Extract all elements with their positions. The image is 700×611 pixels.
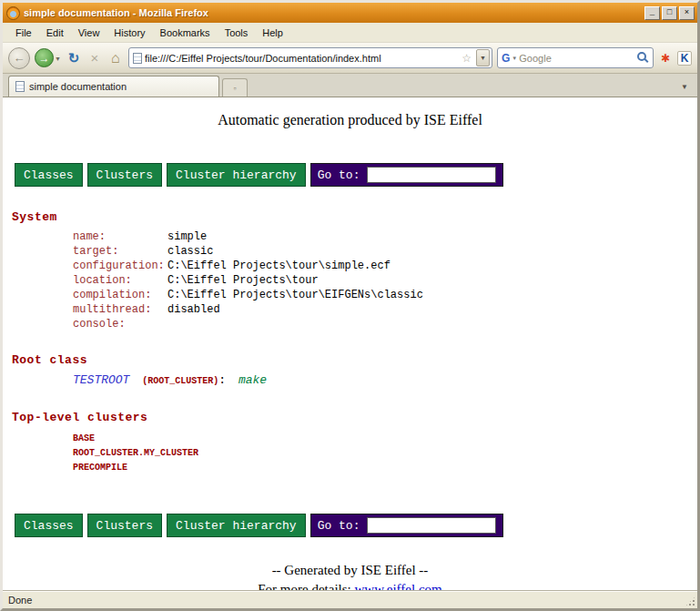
system-properties: name:simple target:classic configuration… [73,229,688,331]
make-feature-link[interactable]: make [238,373,267,387]
addon-icon-red[interactable]: ✱ [658,52,673,65]
nav-buttons-top: Classes Clusters Cluster hierarchy Go to… [15,163,688,187]
window-controls: _ □ × [644,6,695,20]
url-dropdown-button[interactable]: ▼ [476,49,490,66]
firefox-logo-icon[interactable] [6,6,20,20]
page-footer: -- Generated by ISE Eiffel -- For more d… [12,561,688,590]
property-value: disabled [167,303,220,316]
property-key: location: [73,273,167,288]
cluster-link-precompile[interactable]: PRECOMPILE [73,461,688,475]
property-key: target: [73,244,167,259]
reload-icon[interactable]: ↻ [66,51,82,65]
details-line: For more details: www.eiffel.com [12,580,688,590]
tab-strip: simple documentation ▫ ▼ [3,74,697,97]
classes-button-bottom[interactable]: Classes [15,514,83,537]
google-logo-icon[interactable]: G [502,52,510,65]
property-key: console: [73,317,167,331]
minimize-button[interactable]: _ [644,6,660,20]
page-title: Automatic generation produced by ISE Eif… [12,112,688,128]
separator: : [218,373,226,387]
nav-buttons-bottom: Classes Clusters Cluster hierarchy Go to… [15,514,688,537]
forward-button-icon[interactable]: → [35,48,54,67]
clusters-button-bottom[interactable]: Clusters [87,514,162,537]
menu-file[interactable]: File [8,25,39,41]
menu-edit[interactable]: Edit [39,25,71,41]
cluster-hierarchy-button-bottom[interactable]: Cluster hierarchy [167,514,306,537]
property-key: name: [73,229,167,244]
home-icon[interactable]: ⌂ [107,51,124,65]
forward-button-group: → ▼ [35,48,61,67]
system-row-multithread: multithread:disabled [73,302,688,317]
search-engine-dropdown-icon[interactable]: ▼ [512,56,517,61]
menu-view[interactable]: View [71,25,107,41]
stop-icon[interactable]: × [86,51,103,65]
menu-help[interactable]: Help [255,25,290,41]
property-key: compilation: [73,288,167,302]
property-value: C:\Eiffel Projects\tour [167,274,319,287]
root-class-link[interactable]: TESTROOT [73,373,129,387]
system-row-name: name:simple [73,229,688,244]
system-row-configuration: configuration:C:\Eiffel Projects\tour\si… [73,259,688,273]
search-magnifier-icon[interactable] [637,52,649,64]
property-value: classic [167,245,213,258]
list-all-tabs-icon[interactable]: ▼ [681,83,692,97]
status-text: Done [8,595,32,606]
new-tab-button[interactable]: ▫ [222,78,248,97]
goto-label-bottom: Go to: [318,519,360,533]
goto-input[interactable] [367,167,496,183]
system-row-location: location:C:\Eiffel Projects\tour [73,273,688,288]
system-row-target: target:classic [73,244,688,259]
property-key: configuration: [73,259,167,273]
resize-grip[interactable] [685,596,696,607]
eiffel-link[interactable]: www.eiffel.com [355,582,442,590]
root-class-heading: Root class [12,353,688,367]
addon-icon-k[interactable]: K [677,51,692,66]
goto-box-bottom: Go to: [310,514,504,537]
url-bar[interactable]: ☆ ▼ [128,47,492,68]
tab-simple-documentation[interactable]: simple documentation [8,76,219,97]
goto-input-bottom[interactable] [367,517,496,534]
details-label: For more details: [258,582,350,590]
root-class-row: TESTROOT (ROOT_CLUSTER): make [73,372,688,389]
page-content: Automatic generation produced by ISE Eif… [3,97,697,590]
property-value: C:\Eiffel Projects\tour\simple.ecf [167,260,391,272]
statusbar: Done [3,590,697,608]
titlebar: simple documentation - Mozilla Firefox _… [3,3,697,23]
menu-history[interactable]: History [107,25,152,41]
system-row-console: console: [73,317,688,331]
bookmark-star-icon[interactable]: ☆ [460,52,473,65]
generated-note: -- Generated by ISE Eiffel -- [12,561,688,580]
back-button-icon[interactable]: ← [8,47,30,69]
cluster-list: BASE ROOT_CLUSTER.MY_CLUSTER PRECOMPILE [73,432,688,475]
goto-box: Go to: [310,163,504,187]
page-favicon [133,53,142,64]
search-input[interactable] [519,53,635,64]
clusters-button[interactable]: Clusters [87,163,162,187]
menubar: File Edit View History Bookmarks Tools H… [3,23,697,43]
close-button[interactable]: × [679,6,695,20]
history-dropdown-icon[interactable]: ▼ [55,54,61,62]
system-row-compilation: compilation:C:\Eiffel Projects\tour\EIFG… [73,288,688,302]
clusters-heading: Top-level clusters [12,411,688,424]
search-bar[interactable]: G ▼ [497,47,654,68]
tab-favicon [15,81,25,92]
classes-button[interactable]: Classes [15,163,83,187]
cluster-link-base[interactable]: BASE [73,432,688,446]
property-value: C:\Eiffel Projects\tour\EIFGENs\classic [167,289,423,301]
menu-bookmarks[interactable]: Bookmarks [153,25,218,41]
property-key: multithread: [73,302,167,317]
firefox-window: simple documentation - Mozilla Firefox _… [0,0,700,611]
nav-toolbar: ← → ▼ ↻ × ⌂ ☆ ▼ G ▼ ✱ K [3,43,697,74]
url-input[interactable] [145,53,457,64]
property-value: simple [167,230,207,243]
menu-tools[interactable]: Tools [218,25,256,41]
goto-label: Go to: [318,168,360,182]
window-title: simple documentation - Mozilla Firefox [24,7,641,18]
maximize-button[interactable]: □ [662,6,677,20]
root-cluster-link[interactable]: (ROOT_CLUSTER) [142,376,218,386]
tab-label: simple documentation [29,81,127,92]
system-heading: System [12,210,688,224]
cluster-hierarchy-button[interactable]: Cluster hierarchy [167,163,306,187]
cluster-link-my-cluster[interactable]: ROOT_CLUSTER.MY_CLUSTER [73,446,688,461]
